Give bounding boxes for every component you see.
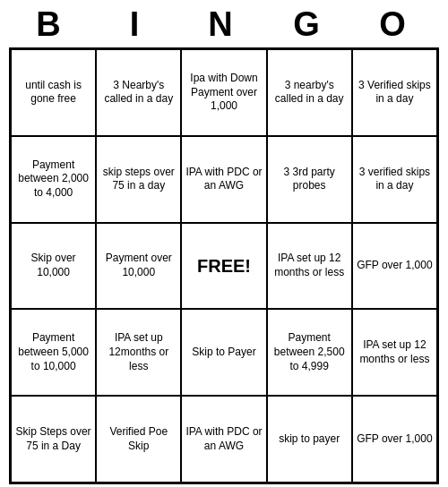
bingo-cell-16[interactable]: IPA set up 12months or less — [96, 309, 181, 396]
bingo-letter: B — [16, 5, 88, 44]
bingo-letter: I — [102, 5, 174, 44]
bingo-letter: O — [360, 5, 432, 44]
bingo-cell-17[interactable]: Skip to Payer — [181, 309, 266, 396]
bingo-cell-6[interactable]: skip steps over 75 in a day — [96, 136, 181, 223]
bingo-cell-11[interactable]: Payment over 10,000 — [96, 223, 181, 310]
bingo-cell-7[interactable]: IPA with PDC or an AWG — [181, 136, 266, 223]
bingo-cell-20[interactable]: Skip Steps over 75 in a Day — [11, 396, 96, 483]
bingo-cell-13[interactable]: IPA set up 12 months or less — [267, 223, 352, 310]
bingo-cell-10[interactable]: Skip over 10,000 — [11, 223, 96, 310]
bingo-cell-9[interactable]: 3 verified skips in a day — [352, 136, 437, 223]
bingo-title: BINGO — [9, 0, 439, 47]
bingo-cell-1[interactable]: 3 Nearby's called in a day — [96, 49, 181, 136]
bingo-letter: G — [274, 5, 346, 44]
bingo-cell-14[interactable]: GFP over 1,000 — [352, 223, 437, 310]
bingo-cell-0[interactable]: until cash is gone free — [11, 49, 96, 136]
bingo-cell-21[interactable]: Verified Poe Skip — [96, 396, 181, 483]
bingo-cell-2[interactable]: Ipa with Down Payment over 1,000 — [181, 49, 266, 136]
bingo-letter: N — [188, 5, 260, 44]
bingo-grid: until cash is gone free3 Nearby's called… — [9, 47, 439, 484]
bingo-cell-18[interactable]: Payment between 2,500 to 4,999 — [267, 309, 352, 396]
bingo-cell-5[interactable]: Payment between 2,000 to 4,000 — [11, 136, 96, 223]
bingo-cell-3[interactable]: 3 nearby's called in a day — [267, 49, 352, 136]
bingo-cell-19[interactable]: IPA set up 12 months or less — [352, 309, 437, 396]
bingo-cell-23[interactable]: skip to payer — [267, 396, 352, 483]
bingo-cell-12[interactable]: FREE! — [181, 223, 266, 310]
bingo-cell-15[interactable]: Payment between 5,000 to 10,000 — [11, 309, 96, 396]
bingo-cell-8[interactable]: 3 3rd party probes — [267, 136, 352, 223]
bingo-cell-22[interactable]: IPA with PDC or an AWG — [181, 396, 266, 483]
bingo-cell-4[interactable]: 3 Verified skips in a day — [352, 49, 437, 136]
bingo-cell-24[interactable]: GFP over 1,000 — [352, 396, 437, 483]
